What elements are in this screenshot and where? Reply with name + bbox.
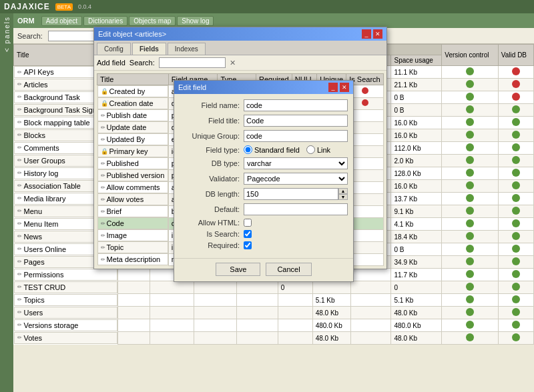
standard-field-option[interactable]: Standard field — [244, 145, 300, 154]
tab-indexes[interactable]: Indexes — [168, 43, 206, 55]
edit-icon[interactable]: ✏ — [17, 119, 22, 125]
edit-icon[interactable]: ✏ — [17, 170, 22, 176]
edit-field-icon[interactable]: ✏ — [101, 233, 105, 239]
edit-icon[interactable]: ✏ — [17, 107, 22, 113]
db-length-input[interactable] — [244, 188, 338, 200]
cancel-button[interactable]: Cancel — [266, 263, 311, 276]
edit-field-body: Field name: Field title: Unique Group: F… — [174, 94, 353, 258]
title-text: TEST CRUD — [24, 283, 66, 291]
validator-label: Validator: — [180, 175, 240, 183]
edit-icon[interactable]: ✏ — [17, 246, 22, 252]
edit-field-icon[interactable]: ✏ — [101, 113, 105, 119]
edit-icon[interactable]: ✏ — [17, 69, 22, 75]
edit-field-icon[interactable]: ✏ — [101, 185, 105, 191]
edit-icon[interactable]: ✏ — [17, 195, 22, 201]
title-text: Users — [24, 309, 43, 317]
save-button[interactable]: Save — [216, 263, 260, 276]
validator-select[interactable]: Pagecode None Email — [244, 173, 348, 185]
db-length-spinner: ▲ ▼ — [244, 188, 348, 200]
cell-space-usage: 0 B — [391, 104, 442, 117]
dictionaries-button[interactable]: Dictionaries — [83, 16, 127, 26]
edit-field-icon[interactable]: ✏ — [101, 221, 105, 227]
title-text: Menu Item — [24, 220, 59, 228]
edit-icon[interactable]: ✏ — [17, 183, 22, 189]
edit-field-icon[interactable]: ✏ — [101, 173, 105, 179]
db-type-select[interactable]: varchar text int datetime — [244, 157, 348, 169]
table-row[interactable]: ✏ Users 48.0 Kb 48.0 Kb — [14, 307, 534, 319]
edit-icon[interactable]: ✏ — [17, 271, 22, 277]
table-row[interactable]: ✏ TEST CRUD 0 0 — [14, 281, 534, 294]
edit-icon[interactable]: ✏ — [17, 335, 22, 341]
edit-field-icon[interactable]: ✏ — [101, 137, 105, 143]
edit-icon[interactable]: ✏ — [17, 145, 22, 151]
fields-search-clear[interactable]: ✕ — [230, 59, 236, 67]
edit-icon[interactable]: ✏ — [17, 132, 22, 138]
edit-field-close[interactable]: ✕ — [340, 83, 349, 92]
edit-icon[interactable]: ✏ — [17, 297, 22, 303]
cell-version-control — [442, 79, 499, 91]
beta-badge: BETA — [55, 3, 73, 11]
cell-valid-db — [498, 231, 533, 243]
cell-version-control — [442, 281, 499, 294]
cell-space-usage: 5.1 Kb — [391, 294, 442, 307]
objects-map-button[interactable]: Objects map — [129, 16, 176, 26]
required-row: Required: — [180, 241, 348, 249]
edit-object-title: Edit object <articles> — [98, 30, 166, 38]
edit-field-icon[interactable]: ✏ — [101, 161, 105, 167]
edit-icon[interactable]: ✏ — [17, 94, 22, 100]
fields-search-input[interactable] — [159, 57, 226, 68]
edit-field-minimize[interactable]: _ — [328, 83, 338, 92]
field-cell-title: ✏Allow comments — [97, 181, 168, 193]
field-cell-title: 🔒Primary key — [97, 145, 168, 157]
edit-icon[interactable]: ✏ — [17, 81, 22, 87]
edit-field-icon[interactable]: ✏ — [101, 197, 105, 203]
spinner-down[interactable]: ▼ — [338, 194, 348, 200]
edit-icon[interactable]: ✏ — [17, 259, 22, 265]
link-field-radio[interactable] — [306, 145, 315, 154]
edit-field-icon[interactable]: ✏ — [101, 209, 105, 215]
cell-version-control — [442, 104, 499, 117]
allow-html-checkbox[interactable] — [244, 219, 252, 227]
cell-version-control — [442, 243, 499, 256]
db-length-row: DB length: ▲ ▼ — [180, 188, 348, 200]
edit-field-icon[interactable]: ✏ — [101, 257, 105, 263]
edit-icon[interactable]: ✏ — [17, 208, 22, 214]
standard-field-label: Standard field — [254, 146, 300, 154]
edit-icon[interactable]: ✏ — [17, 309, 22, 315]
edit-object-minimize[interactable]: _ — [362, 29, 371, 39]
edit-icon[interactable]: ✏ — [17, 322, 22, 328]
col-space-usage: Space usage — [391, 55, 442, 66]
edit-field-icon[interactable]: ✏ — [101, 245, 105, 251]
required-checkbox[interactable] — [244, 241, 252, 249]
table-row[interactable]: ✏ Topics 5.1 Kb 5.1 Kb — [14, 294, 534, 307]
cell-space-usage: 18.4 Kb — [391, 231, 442, 243]
field-title-input[interactable] — [244, 115, 348, 127]
cell-data-table — [150, 294, 194, 307]
field-name-input[interactable] — [244, 99, 348, 111]
cell-valid-db — [498, 91, 533, 104]
table-row[interactable]: ✏ Votes 48.0 Kb 48.0 Kb — [14, 332, 534, 345]
unique-group-input[interactable] — [244, 130, 348, 142]
is-search-checkbox[interactable] — [244, 230, 252, 238]
edit-object-close[interactable]: ✕ — [373, 29, 382, 39]
edit-icon[interactable]: ✏ — [17, 157, 22, 163]
edit-field-icon[interactable]: ✏ — [101, 125, 105, 131]
show-log-button[interactable]: Show log — [177, 16, 214, 26]
cell-space-usage: 34.9 Kb — [391, 256, 442, 269]
edit-icon[interactable]: ✏ — [17, 284, 22, 290]
spinner-up[interactable]: ▲ — [338, 188, 348, 194]
default-input[interactable] — [244, 203, 348, 215]
title-text: Menu — [24, 207, 43, 215]
table-row[interactable]: ✏ Versions storage 480.0 Kb 480.0 Kb — [14, 319, 534, 332]
cell-title: ✏ TEST CRUD — [14, 281, 117, 293]
edit-icon[interactable]: ✏ — [17, 233, 22, 239]
field-cell-title: ✏Brief — [97, 205, 168, 217]
field-name-label: Field name: — [180, 101, 240, 109]
add-object-button[interactable]: Add object — [41, 16, 82, 26]
link-field-option[interactable]: Link — [306, 145, 330, 154]
edit-icon[interactable]: ✏ — [17, 221, 22, 227]
tab-fields[interactable]: Fields — [132, 43, 166, 55]
standard-field-radio[interactable] — [244, 145, 252, 154]
tab-config[interactable]: Config — [97, 43, 131, 55]
cell-db-engine — [194, 319, 237, 332]
